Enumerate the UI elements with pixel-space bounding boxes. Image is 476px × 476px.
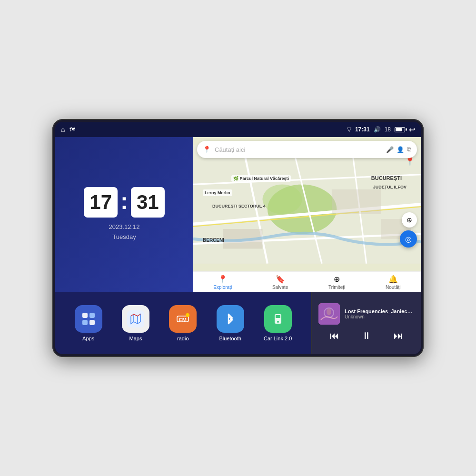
svg-rect-11 [332, 189, 381, 214]
map-widget: 📍 Căutați aici 🎤 👤 ⧉ [193, 137, 421, 292]
music-controls: ⏮ ⏸ ⏭ [318, 328, 414, 343]
saved-label: Salvate [272, 285, 288, 290]
signal-icon: ▽ [347, 126, 351, 133]
status-bar: ⌂ 🗺 ▽ 17:31 🔊 18 ↩ [55, 122, 421, 137]
app-item-radio[interactable]: FM radio [169, 305, 197, 341]
clock-hours: 17 [84, 187, 118, 218]
clock-colon: : [120, 190, 128, 213]
apps-section: Apps Maps [55, 292, 311, 354]
battery-indicator [395, 127, 405, 132]
map-bottom-nav: 📍 Explorați 🔖 Salvate ⊕ Trimiteți 🔔 [193, 271, 421, 292]
explore-icon: 📍 [218, 275, 228, 284]
music-info: Lost Frequencies_Janieck Devy-... Unknow… [318, 303, 414, 325]
app-item-bluetooth[interactable]: Bluetooth [217, 305, 244, 341]
clock-minutes: 31 [131, 187, 165, 218]
svg-rect-15 [82, 320, 88, 325]
clock-date: 2023.12.12 Tuesday [109, 222, 139, 242]
top-section: 17 : 31 2023.12.12 Tuesday 📍 Căutați aic… [55, 137, 421, 292]
send-label: Trimiteți [328, 285, 345, 290]
device-screen: ⌂ 🗺 ▽ 17:31 🔊 18 ↩ [55, 122, 421, 354]
map-label-sector4: BUCUREȘTI SECTORUL 4 [212, 204, 266, 208]
back-button[interactable]: ↩ [409, 125, 415, 134]
clock-widget: 17 : 31 2023.12.12 Tuesday [55, 137, 193, 292]
apps-icon [80, 311, 97, 327]
send-icon: ⊕ [334, 275, 340, 284]
radio-icon: FM [174, 310, 191, 327]
map-nav-explore[interactable]: 📍 Explorați [213, 275, 232, 290]
music-art-svg [318, 303, 340, 325]
map-label-judet: JUDEȚUL ILFOV [373, 185, 407, 189]
carlink-icon-bg [264, 305, 292, 333]
svg-rect-22 [222, 310, 239, 327]
saved-icon: 🔖 [276, 275, 285, 284]
apps-icon-bg [75, 305, 102, 333]
car-display-device: ⌂ 🗺 ▽ 17:31 🔊 18 ↩ [52, 119, 424, 357]
music-player: Lost Frequencies_Janieck Devy-... Unknow… [311, 292, 421, 354]
main-content: 17 : 31 2023.12.12 Tuesday 📍 Căutați aic… [55, 137, 421, 354]
maps-status-icon[interactable]: 🗺 [69, 126, 75, 133]
map-label-bucuresti: BUCUREȘTI [371, 175, 402, 181]
app-item-apps[interactable]: Apps [75, 305, 102, 341]
svg-point-26 [277, 321, 279, 323]
svg-point-21 [186, 313, 189, 317]
volume-icon: 🔊 [374, 126, 381, 133]
map-pin-icon: 📍 [203, 146, 211, 153]
maps-icon [127, 310, 144, 327]
map-label-leroy: Leroy Merlin [203, 189, 232, 196]
map-label-berceni: BERCENI [203, 238, 224, 243]
bluetooth-icon-bg [217, 305, 244, 333]
svg-rect-16 [89, 320, 95, 325]
home-icon[interactable]: ⌂ [61, 126, 65, 133]
bottom-section: Apps Maps [55, 292, 421, 354]
svg-point-2 [262, 184, 302, 214]
map-nav-send[interactable]: ⊕ Trimiteți [328, 275, 345, 290]
maps-icon-bg [122, 305, 149, 333]
status-right-area: ▽ 17:31 🔊 18 ↩ [347, 125, 415, 134]
maps-label: Maps [129, 336, 142, 341]
map-search-text: Căutați aici [215, 146, 382, 153]
music-artist: Unknown [345, 314, 414, 319]
layers-icon[interactable]: ⧉ [407, 146, 411, 153]
mic-icon[interactable]: 🎤 [386, 146, 394, 153]
map-nav-news[interactable]: 🔔 Noutăți [386, 275, 401, 290]
svg-point-29 [327, 308, 331, 315]
account-icon[interactable]: 👤 [397, 146, 404, 153]
bluetooth-label: Bluetooth [219, 336, 241, 341]
app-item-maps[interactable]: Maps [122, 305, 149, 341]
radio-label: radio [177, 336, 188, 341]
map-search-icons: 🎤 👤 ⧉ [386, 146, 411, 153]
status-left-icons: ⌂ 🗺 [61, 126, 75, 133]
carlink-icon [269, 310, 287, 327]
status-time: 17:31 [355, 126, 370, 133]
music-next-button[interactable]: ⏭ [389, 328, 408, 343]
map-nav-saved[interactable]: 🔖 Salvate [272, 275, 288, 290]
music-thumbnail [318, 303, 340, 325]
svg-rect-17 [127, 310, 144, 327]
music-thumb-art [318, 303, 340, 325]
music-title: Lost Frequencies_Janieck Devy-... [345, 308, 414, 314]
battery-icon [395, 127, 405, 132]
svg-rect-13 [82, 313, 88, 318]
clock-display: 17 : 31 [84, 187, 164, 218]
map-search-bar[interactable]: 📍 Căutați aici 🎤 👤 ⧉ [197, 141, 417, 158]
map-compass[interactable]: ⊕ [402, 212, 417, 228]
explore-label: Explorați [213, 285, 232, 290]
app-item-carlink[interactable]: Car Link 2.0 [264, 305, 292, 341]
map-label-parc: 🌿 Parcul Natural Văcărești [231, 175, 291, 182]
radio-icon-bg: FM [169, 305, 197, 333]
news-icon: 🔔 [388, 275, 398, 284]
svg-rect-25 [276, 315, 280, 318]
map-location-fab[interactable]: ◎ [400, 230, 417, 248]
music-meta: Lost Frequencies_Janieck Devy-... Unknow… [345, 308, 414, 319]
volume-level: 18 [385, 126, 391, 133]
carlink-label: Car Link 2.0 [264, 336, 292, 341]
svg-rect-14 [89, 313, 95, 318]
music-prev-button[interactable]: ⏮ [325, 328, 344, 343]
bluetooth-icon [222, 310, 239, 327]
apps-label: Apps [82, 336, 94, 341]
music-playpause-button[interactable]: ⏸ [357, 328, 376, 343]
news-label: Noutăți [386, 285, 401, 290]
